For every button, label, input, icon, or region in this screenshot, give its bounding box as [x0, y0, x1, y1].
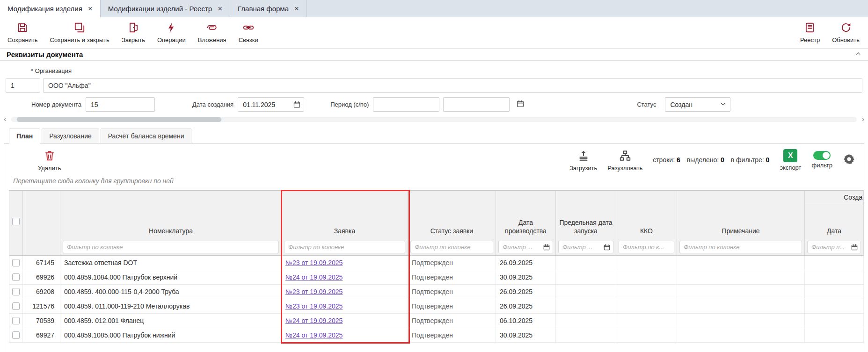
- table-row[interactable]: 67145 Застежка ответная DOT №23 от 19.09…: [9, 256, 864, 270]
- organization-name-field[interactable]: [43, 78, 862, 93]
- attachments-button[interactable]: Вложения: [198, 21, 226, 43]
- group-header-created: Созда: [805, 191, 864, 204]
- delete-button[interactable]: Удалить: [38, 149, 61, 172]
- row-checkbox[interactable]: [12, 317, 20, 324]
- request-link[interactable]: №24 от 19.09.2025: [285, 317, 343, 324]
- table-header: Созда Номенклатура Заявка Статус заявки …: [9, 191, 864, 256]
- settings-button[interactable]: [843, 153, 855, 167]
- column-header-production-date[interactable]: Дата производства: [496, 204, 556, 239]
- registry-button[interactable]: Реестр: [800, 21, 820, 43]
- row-checkbox[interactable]: [12, 302, 20, 310]
- cell-request-status: Подтвержден: [408, 299, 496, 313]
- tab-close-icon[interactable]: ×: [218, 5, 222, 13]
- filter-input-production-date[interactable]: [498, 241, 553, 253]
- checkbox-cell: [9, 314, 23, 328]
- column-header-kko[interactable]: ККО: [616, 204, 677, 239]
- row-checkbox[interactable]: [12, 259, 20, 266]
- column-header-request[interactable]: Заявка: [282, 204, 408, 239]
- filter-input-kko[interactable]: [619, 241, 674, 253]
- table-row[interactable]: 69927 000.4859.1085.000 Патрубок нижний …: [9, 328, 864, 343]
- operations-button[interactable]: Операции: [157, 21, 186, 43]
- select-all-checkbox[interactable]: [12, 218, 20, 225]
- export-label: экспорт: [780, 164, 801, 171]
- cell-created-date: [805, 314, 864, 328]
- cell-id: 69926: [23, 270, 60, 284]
- period-from-field[interactable]: [373, 97, 439, 112]
- tab-close-icon[interactable]: ×: [88, 5, 93, 13]
- request-link[interactable]: №24 от 19.09.2025: [285, 273, 343, 281]
- filter-input-deadline-date[interactable]: [558, 241, 613, 253]
- scroll-left-arrow[interactable]: ‹: [4, 115, 6, 123]
- table-row[interactable]: 121576 000.4859. 011.000-119-210 Металло…: [9, 299, 864, 314]
- request-link[interactable]: №23 от 19.09.2025: [285, 288, 343, 295]
- cell-request: №24 от 19.09.2025: [282, 314, 408, 328]
- registry-book-icon: [803, 21, 817, 35]
- column-header-id[interactable]: [23, 204, 60, 239]
- table-row[interactable]: 70539 000.4859. 012.001 Фланец №24 от 19…: [9, 314, 864, 328]
- column-header-created-date[interactable]: Дата: [805, 204, 864, 239]
- toolbar-right-group: Реестр Обновить: [800, 21, 860, 43]
- request-link[interactable]: №23 от 19.09.2025: [285, 302, 343, 310]
- column-header-note[interactable]: Примечание: [677, 204, 805, 239]
- group-header-cell: [408, 191, 496, 204]
- filter-input-note[interactable]: [679, 241, 802, 253]
- refresh-button[interactable]: Обновить: [832, 21, 860, 43]
- save-close-label: Сохранить и закрыть: [50, 36, 109, 43]
- doc-number-label: Номер документа: [31, 101, 81, 108]
- doc-number-field[interactable]: [86, 97, 155, 112]
- period-label: Период (с/по): [330, 101, 369, 108]
- organization-code-field[interactable]: [6, 78, 40, 93]
- column-header-nomenclature[interactable]: Номенклатура: [60, 204, 282, 239]
- column-header-request-status[interactable]: Статус заявки: [408, 204, 496, 239]
- chain-link-icon: [241, 21, 255, 35]
- razuzlovat-button[interactable]: Разузловать: [607, 149, 642, 172]
- window-tab[interactable]: Модификация изделия ×: [0, 0, 101, 17]
- save-button[interactable]: Сохранить: [7, 21, 38, 43]
- filter-input-created-date[interactable]: [807, 241, 861, 253]
- window-tab[interactable]: Главная форма ×: [230, 0, 307, 17]
- cell-note: [677, 299, 805, 313]
- window-tab[interactable]: Модификации изделий - Реестр ×: [101, 0, 230, 17]
- upload-icon: [576, 149, 591, 163]
- filter-input-nomenclature[interactable]: [63, 241, 279, 253]
- toolbar-left-group: Сохранить Сохранить и закрыть Закрыть Оп…: [7, 21, 258, 43]
- request-link[interactable]: №23 от 19.09.2025: [285, 259, 343, 266]
- links-button[interactable]: Связки: [239, 21, 258, 43]
- period-to-field[interactable]: [443, 97, 510, 112]
- scroll-right-arrow[interactable]: ›: [862, 115, 864, 123]
- tab-razuzlovanie[interactable]: Разузлование: [42, 129, 99, 143]
- tab-time-balance[interactable]: Расчёт баланса времени: [101, 129, 192, 143]
- scrollbar-thumb[interactable]: [17, 117, 221, 122]
- row-checkbox[interactable]: [12, 273, 20, 281]
- tab-close-icon[interactable]: ×: [294, 5, 299, 13]
- excel-export-button[interactable]: X экспорт: [780, 149, 801, 171]
- filter-input-request[interactable]: [284, 241, 405, 253]
- cell-nomenclature: 000.4859.1084.000 Патрубок верхний: [60, 270, 282, 284]
- period-calendar-button[interactable]: [516, 100, 525, 109]
- cell-nomenclature: 000.4859. 012.001 Фланец: [60, 314, 282, 328]
- calendar-icon[interactable]: [293, 101, 301, 110]
- column-header-deadline-date[interactable]: Предельная дата запуска: [556, 204, 616, 239]
- tab-plan[interactable]: План: [9, 129, 40, 143]
- collapse-section-button[interactable]: [855, 50, 861, 58]
- row-checkbox[interactable]: [12, 288, 20, 295]
- cell-request: №24 от 19.09.2025: [282, 270, 408, 284]
- cell-deadline-date: [556, 299, 616, 313]
- table-row[interactable]: 69208 000.4859. 400.000-115-0,4-2000 Тру…: [9, 285, 864, 299]
- filter-toggle[interactable]: [813, 151, 831, 160]
- load-button[interactable]: Загрузить: [569, 149, 597, 172]
- attachments-label: Вложения: [198, 36, 226, 43]
- close-button[interactable]: Закрыть: [122, 21, 145, 43]
- row-checkbox[interactable]: [12, 331, 20, 339]
- save-close-button[interactable]: Сохранить и закрыть: [50, 21, 109, 43]
- group-header-cell: [677, 191, 805, 204]
- status-select[interactable]: Создан: [665, 97, 730, 112]
- table-row[interactable]: 69926 000.4859.1084.000 Патрубок верхний…: [9, 270, 864, 285]
- filter-input-request-status[interactable]: [410, 241, 493, 253]
- cell-request-status: Подтвержден: [408, 328, 496, 342]
- save-close-icon: [73, 21, 87, 35]
- request-link[interactable]: №24 от 19.09.2025: [285, 331, 343, 339]
- cell-nomenclature: 000.4859. 400.000-115-0,4-2000 Труба: [60, 285, 282, 299]
- links-label: Связки: [239, 36, 258, 43]
- checkbox-cell: [9, 328, 23, 342]
